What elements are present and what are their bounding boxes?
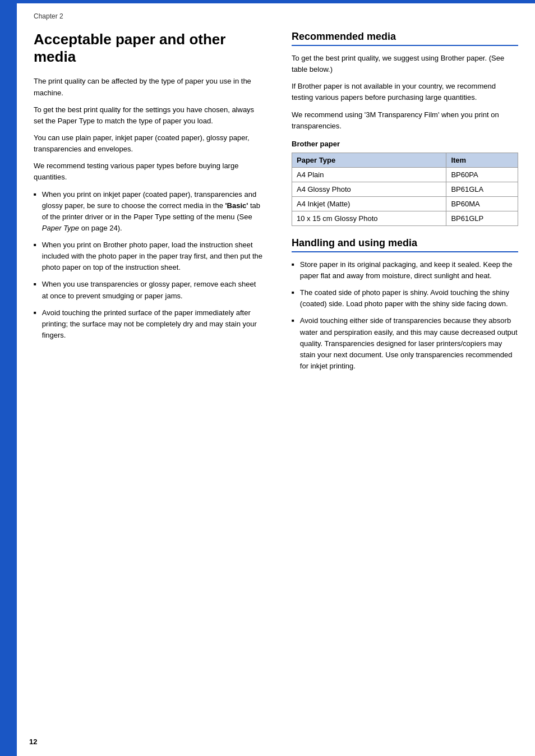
handling-text-1: Store paper in its original packaging, a… [300,259,518,282]
bullet-item-1: ■ When you print on inkjet paper (coated… [34,189,264,234]
bullet-marker-4: ■ [34,310,36,316]
content-area: Acceptable paper and other media The pri… [17,31,535,756]
bullet-marker-1: ■ [34,191,36,198]
top-bar [17,0,535,3]
handling-marker-1: ■ [292,261,294,268]
bullet-bold-1: 'Basic' [225,201,248,210]
table-cell-2-1: BP60MA [446,196,518,211]
right-column: Recommended media To get the best print … [286,31,518,722]
para-3: You can use plain paper, inkjet paper (c… [34,132,264,155]
page: Chapter 2 Acceptable paper and other med… [0,0,535,756]
para-4: We recommend testing various paper types… [34,160,264,183]
handling-marker-3: ■ [292,317,294,324]
brother-paper-subheading: Brother paper [292,140,518,148]
table-row: 10 x 15 cm Glossy PhotoBP61GLP [292,211,518,225]
rec-para-2: If Brother paper is not available in you… [292,81,518,103]
handling-bullet-1: ■ Store paper in its original packaging,… [292,259,518,282]
table-row: A4 PlainBP60PA [292,167,518,182]
table-cell-3-1: BP61GLP [446,211,518,225]
handling-text-2: The coated side of photo paper is shiny.… [300,287,518,310]
para-1: The print quality can be affected by the… [34,76,264,98]
handling-text-3: Avoid touching either side of transparen… [300,315,518,372]
table-row: A4 Glossy PhotoBP61GLA [292,182,518,196]
handling-bullet-list: ■ Store paper in its original packaging,… [292,259,518,372]
brother-paper-table: Paper Type Item A4 PlainBP60PAA4 Glossy … [292,153,518,226]
rec-para-1: To get the best print quality, we sugges… [292,53,518,75]
page-number: 12 [29,737,37,746]
bullet-italic-1: Paper Type [42,224,79,232]
bullet-text-2: When you print on Brother photo paper, l… [42,239,264,273]
handling-media-section: Handling and using media ■ Store paper i… [292,237,518,372]
para-2: To get the best print quality for the se… [34,104,264,127]
recommended-media-section: Recommended media To get the best print … [292,31,518,226]
table-header-row: Paper Type Item [292,153,518,167]
handling-marker-2: ■ [292,289,294,296]
handling-bullet-2: ■ The coated side of photo paper is shin… [292,287,518,310]
left-column: Acceptable paper and other media The pri… [34,31,269,722]
bullet-marker-2: ■ [34,242,36,248]
table-cell-2-0: A4 Inkjet (Matte) [292,196,446,211]
table-cell-0-0: A4 Plain [292,167,446,182]
table-body: A4 PlainBP60PAA4 Glossy PhotoBP61GLAA4 I… [292,167,518,225]
bullet-item-4: ■ Avoid touching the printed surface of … [34,307,264,341]
bullet-item-2: ■ When you print on Brother photo paper,… [34,239,264,273]
table-row: A4 Inkjet (Matte)BP60MA [292,196,518,211]
sidebar-strip [0,0,17,756]
rec-para-3: We recommend using '3M Transparency Film… [292,109,518,132]
table-cell-3-0: 10 x 15 cm Glossy Photo [292,211,446,225]
bullet-text-3: When you use transparencies or glossy pa… [42,279,264,301]
table-cell-0-1: BP60PA [446,167,518,182]
bullet-marker-3: ■ [34,281,36,288]
table-cell-1-1: BP61GLA [446,182,518,196]
main-title: Acceptable paper and other media [34,31,264,66]
bullet-text-1: When you print on inkjet paper (coated p… [42,189,264,234]
recommended-media-heading: Recommended media [292,31,518,46]
bullet-item-3: ■ When you use transparencies or glossy … [34,279,264,301]
table-cell-1-0: A4 Glossy Photo [292,182,446,196]
table-header-item: Item [446,153,518,167]
table-header-paper-type: Paper Type [292,153,446,167]
handling-media-heading: Handling and using media [292,237,518,252]
bullet-list: ■ When you print on inkjet paper (coated… [34,189,264,342]
chapter-label: Chapter 2 [34,12,63,20]
handling-bullet-3: ■ Avoid touching either side of transpar… [292,315,518,372]
bullet-text-4: Avoid touching the printed surface of th… [42,307,264,341]
